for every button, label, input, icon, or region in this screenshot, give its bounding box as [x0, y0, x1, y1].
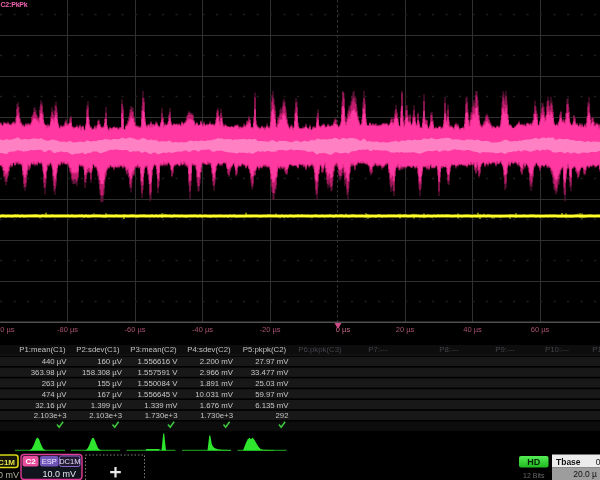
svg-text:HD: HD: [527, 457, 540, 467]
svg-text:C2:PkPk: C2:PkPk: [1, 1, 28, 8]
svg-text:0: 0: [596, 457, 600, 467]
svg-text:DC1M: DC1M: [59, 457, 80, 466]
svg-text:167 µV: 167 µV: [97, 390, 123, 399]
svg-text:60 µs: 60 µs: [531, 325, 550, 334]
svg-text:P3:mean(C2): P3:mean(C2): [130, 345, 177, 354]
svg-text:363.98 µV: 363.98 µV: [31, 368, 68, 377]
svg-text:P2:sdev(C1): P2:sdev(C1): [76, 345, 120, 354]
svg-text:25.03 mV: 25.03 mV: [255, 379, 289, 388]
svg-text:P9:---: P9:---: [495, 345, 515, 354]
svg-text:1.399 µV: 1.399 µV: [91, 401, 123, 410]
svg-text:1.730e+3: 1.730e+3: [200, 411, 233, 420]
svg-text:0 mV: 0 mV: [0, 470, 19, 480]
svg-text:P10:---: P10:---: [545, 345, 569, 354]
svg-text:59.97 mV: 59.97 mV: [255, 390, 289, 399]
svg-text:1.891 mV: 1.891 mV: [200, 379, 234, 388]
svg-text:P7:---: P7:---: [368, 345, 388, 354]
svg-text:292: 292: [275, 411, 288, 420]
svg-text:-100 µs: -100 µs: [0, 325, 15, 334]
svg-text:1.550084 V: 1.550084 V: [138, 379, 179, 388]
svg-text:1.556616 V: 1.556616 V: [138, 357, 179, 366]
svg-text:C1M: C1M: [0, 458, 15, 467]
svg-text:1.676 mV: 1.676 mV: [200, 401, 234, 410]
svg-text:1.339 mV: 1.339 mV: [144, 401, 178, 410]
svg-text:1.556645 V: 1.556645 V: [138, 390, 179, 399]
svg-text:20 µs: 20 µs: [396, 325, 415, 334]
svg-text:40 µs: 40 µs: [463, 325, 482, 334]
svg-text:155 µV: 155 µV: [97, 379, 123, 388]
svg-text:-20 µs: -20 µs: [260, 325, 281, 334]
svg-text:Tbase: Tbase: [556, 457, 581, 467]
svg-text:33.477 mV: 33.477 mV: [251, 368, 290, 377]
svg-text:440 µV: 440 µV: [42, 357, 68, 366]
svg-text:-80 µs: -80 µs: [57, 325, 78, 334]
svg-text:P1: P1: [592, 345, 600, 354]
svg-text:10.0 mV: 10.0 mV: [42, 469, 76, 479]
svg-text:12 Bits: 12 Bits: [523, 472, 545, 479]
svg-text:P6:pkpk(C3): P6:pkpk(C3): [298, 345, 342, 354]
svg-text:1.557591 V: 1.557591 V: [138, 368, 179, 377]
svg-text:10.031 mV: 10.031 mV: [195, 390, 234, 399]
svg-text:-40 µs: -40 µs: [192, 325, 213, 334]
svg-text:2.103e+3: 2.103e+3: [89, 411, 122, 420]
svg-text:32.16 µV: 32.16 µV: [35, 401, 67, 410]
svg-text:ESP: ESP: [42, 457, 57, 466]
svg-text:P8:---: P8:---: [439, 345, 459, 354]
svg-text:263 µV: 263 µV: [42, 379, 68, 388]
svg-text:6.135 mV: 6.135 mV: [255, 401, 289, 410]
svg-text:P4:sdev(C2): P4:sdev(C2): [187, 345, 231, 354]
svg-text:158.308 µV: 158.308 µV: [82, 368, 123, 377]
svg-text:2.200 mV: 2.200 mV: [200, 357, 234, 366]
svg-text:-60 µs: -60 µs: [125, 325, 146, 334]
svg-text:1.730e+3: 1.730e+3: [145, 411, 178, 420]
svg-text:2.966 mV: 2.966 mV: [200, 368, 234, 377]
svg-text:27.97 mV: 27.97 mV: [255, 357, 289, 366]
svg-text:474 µV: 474 µV: [42, 390, 68, 399]
svg-text:2.103e+3: 2.103e+3: [34, 411, 67, 420]
svg-text:P5:pkpk(C2): P5:pkpk(C2): [243, 345, 287, 354]
svg-text:160 µV: 160 µV: [97, 357, 123, 366]
svg-text:C2: C2: [25, 457, 36, 466]
svg-text:20.0 µ: 20.0 µ: [573, 469, 597, 479]
svg-text:P1:mean(C1): P1:mean(C1): [19, 345, 66, 354]
